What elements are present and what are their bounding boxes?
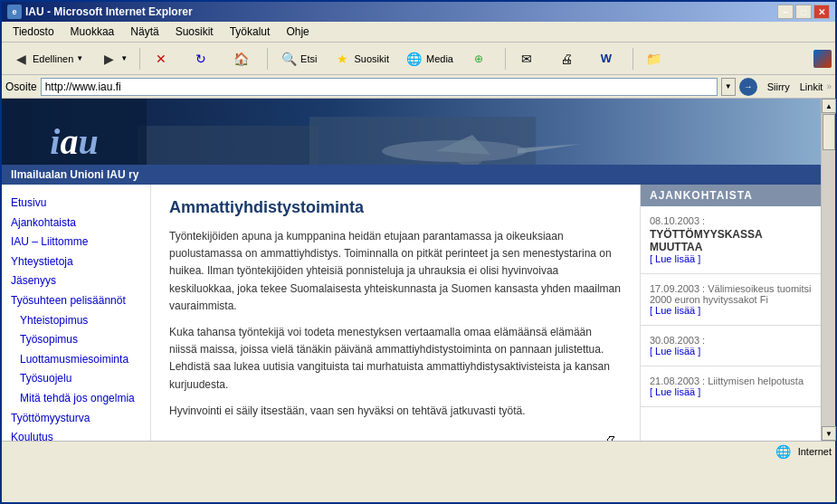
- minimize-button[interactable]: –: [777, 5, 794, 19]
- site-header: iau Ilmailualan Unioni IAU ry: [2, 99, 821, 185]
- menu-tiedosto[interactable]: Tiedosto: [5, 24, 62, 40]
- nav-koulutus[interactable]: Koulutus: [11, 428, 141, 441]
- article-paragraph-1: Työntekijöiden apuna ja kumppanina heidä…: [169, 228, 622, 315]
- nav-tyosuhde[interactable]: Työsuhteen pelisäännöt: [11, 291, 141, 311]
- menu-muokkaa[interactable]: Muokkaa: [63, 24, 122, 40]
- home-button[interactable]: 🏠: [225, 47, 262, 71]
- page-area: iau Ilmailualan Unioni IAU ry Etusivu Aj…: [2, 99, 821, 441]
- history-button[interactable]: ⊕: [463, 47, 499, 71]
- address-bar: Osoite ▼ → Siirry Linkit »: [2, 75, 835, 99]
- sidebar-link-0[interactable]: [ Lue lisää ]: [650, 253, 700, 264]
- sidebar-title-0: TYÖTTÖMYYSKASSA MUUTTAA: [650, 228, 812, 253]
- links-button[interactable]: Linkit: [800, 81, 823, 92]
- history-icon: ⊕: [470, 50, 488, 68]
- scroll-up-button[interactable]: ▲: [822, 99, 836, 113]
- sidebar-date-1: 17.09.2003 : Välimiesoikeus tuomitsi 200…: [650, 283, 812, 305]
- nav-jasenyys[interactable]: Jäsenyys: [11, 271, 141, 291]
- nav-tyosopimus[interactable]: Työsopimus: [11, 330, 141, 350]
- nav-ajankohtaista[interactable]: Ajankohtaista: [11, 214, 141, 233]
- forward-button[interactable]: ▶ ▼: [93, 47, 134, 71]
- favorites-button[interactable]: ★ Suosikit: [327, 47, 395, 71]
- browser-window: e IAU - Microsoft Internet Explorer – □ …: [0, 0, 837, 504]
- search-label: Etsi: [300, 53, 317, 64]
- browser-icon: e: [7, 5, 22, 19]
- refresh-button[interactable]: ↻: [185, 47, 222, 71]
- main-content: Ammattiyhdistystoiminta Työntekijöiden a…: [151, 185, 640, 441]
- menu-tyokalut[interactable]: Työkalut: [223, 24, 278, 40]
- word-icon: W: [597, 50, 615, 68]
- nav-liittomme[interactable]: IAU – Liittomme: [11, 233, 141, 252]
- close-button[interactable]: ✕: [813, 5, 830, 19]
- mail-icon: ✉: [518, 50, 536, 68]
- back-button[interactable]: ◀ Edellinen ▼: [5, 47, 90, 71]
- back-dropdown-icon[interactable]: ▼: [76, 54, 83, 62]
- stop-icon: ✕: [152, 50, 170, 68]
- title-bar: e IAU - Microsoft Internet Explorer – □ …: [2, 2, 835, 22]
- browser-content: iau Ilmailualan Unioni IAU ry Etusivu Aj…: [2, 99, 835, 441]
- go-button[interactable]: Siirry: [761, 80, 796, 94]
- star-icon: ★: [333, 50, 351, 68]
- article-paragraph-2: Kuka tahansa työntekijä voi todeta menes…: [169, 324, 622, 394]
- article-paragraph-3: Hyvinvointi ei säily itsestään, vaan sen…: [169, 403, 622, 420]
- right-sidebar: AJANKOHTAISTA 08.10.2003 : TYÖTTÖMYYSKAS…: [640, 185, 821, 441]
- article-title: Ammattiyhdistystoiminta: [169, 198, 622, 217]
- logo-a: a: [60, 121, 78, 162]
- nav-yhteystietoja[interactable]: Yhteystietoja: [11, 252, 141, 272]
- search-icon: 🔍: [280, 50, 298, 68]
- back-icon: ◀: [12, 50, 30, 68]
- menu-nayta[interactable]: Näytä: [123, 24, 166, 40]
- stop-button[interactable]: ✕: [146, 47, 182, 71]
- zone-icon: 🌐: [775, 444, 791, 459]
- home-icon: 🏠: [232, 50, 250, 68]
- sidebar-link-2[interactable]: [ Lue lisää ]: [650, 346, 700, 357]
- media-button[interactable]: 🌐 Media: [399, 47, 460, 71]
- nav-tyosuojelu[interactable]: Työsuojelu: [11, 369, 141, 389]
- address-dropdown-button[interactable]: ▼: [721, 78, 736, 96]
- menu-ohje[interactable]: Ohje: [279, 24, 316, 40]
- nav-mita-tehda[interactable]: Mitä tehdä jos ongelmia: [11, 389, 141, 409]
- scrollable-area: iau Ilmailualan Unioni IAU ry Etusivu Aj…: [2, 99, 835, 441]
- print-button[interactable]: 🖨: [551, 47, 587, 71]
- search-button[interactable]: 🔍 Etsi: [273, 47, 323, 71]
- page-layout: Etusivu Ajankohtaista IAU – Liittomme Yh…: [2, 185, 821, 441]
- forward-icon: ▶: [100, 50, 118, 68]
- maximize-button[interactable]: □: [795, 5, 812, 19]
- status-bar-right: 🌐 Internet: [775, 444, 832, 459]
- toolbar: ◀ Edellinen ▼ ▶ ▼ ✕ ↻ 🏠 🔍 Etsi ★ Suosiki…: [2, 43, 835, 75]
- site-tagline: Ilmailualan Unioni IAU ry: [2, 165, 821, 185]
- sidebar-item-0: 08.10.2003 : TYÖTTÖMYYSKASSA MUUTTAA [ L…: [641, 206, 821, 274]
- scroll-down-button[interactable]: ▼: [822, 426, 836, 441]
- folder-button[interactable]: 📁: [639, 47, 675, 71]
- sidebar-date-0: 08.10.2003 :: [650, 215, 812, 226]
- status-bar: 🌐 Internet: [2, 441, 835, 461]
- mail-button[interactable]: ✉: [511, 47, 547, 71]
- address-input[interactable]: [41, 78, 718, 96]
- ie-logo: [813, 50, 832, 68]
- title-bar-buttons: – □ ✕: [777, 5, 830, 19]
- nav-etusivu[interactable]: Etusivu: [11, 194, 141, 214]
- article-print-icon[interactable]: 🖨: [603, 433, 617, 441]
- site-logo: iau: [50, 120, 98, 163]
- menu-suosikit[interactable]: Suosikit: [168, 24, 221, 40]
- title-bar-left: e IAU - Microsoft Internet Explorer: [7, 5, 193, 19]
- sidebar-item-3: 21.08.2003 : Liittymisen helpotusta [ Lu…: [641, 366, 821, 407]
- logo-u: u: [78, 121, 98, 162]
- scroll-track: [822, 113, 835, 426]
- separator-4: [633, 48, 633, 70]
- word-button[interactable]: W: [591, 47, 627, 71]
- scroll-thumb[interactable]: [823, 114, 835, 150]
- go-icon: →: [739, 78, 757, 96]
- links-expand[interactable]: »: [826, 81, 832, 91]
- back-label: Edellinen: [33, 53, 73, 64]
- nav-yhteistopimus[interactable]: Yhteistopimus: [11, 311, 141, 331]
- menu-bar: Tiedosto Muokkaa Näytä Suosikit Työkalut…: [2, 22, 835, 43]
- separator-2: [267, 48, 268, 70]
- left-nav: Etusivu Ajankohtaista IAU – Liittomme Yh…: [2, 185, 151, 441]
- folder-icon: 📁: [645, 50, 663, 68]
- sidebar-link-1[interactable]: [ Lue lisää ]: [650, 305, 700, 316]
- forward-dropdown-icon[interactable]: ▼: [120, 54, 128, 62]
- sidebar-link-3[interactable]: [ Lue lisää ]: [650, 386, 700, 397]
- nav-luottamus[interactable]: Luottamusmiesoiminta: [11, 350, 141, 370]
- print-icon-area: 🖨: [169, 429, 622, 441]
- nav-tyottomyysturva[interactable]: Työttömyysturva: [11, 409, 141, 429]
